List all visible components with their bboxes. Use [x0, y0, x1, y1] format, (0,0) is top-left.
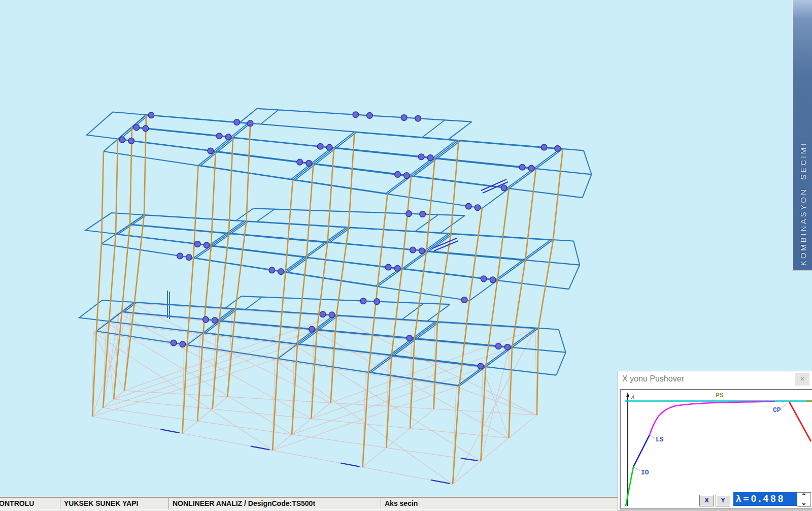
- svg-text:LS: LS: [656, 436, 664, 443]
- svg-text:CP: CP: [773, 406, 781, 414]
- svg-text:IO: IO: [641, 469, 649, 476]
- svg-text:λ: λ: [631, 393, 634, 400]
- svg-text:PS: PS: [716, 392, 724, 399]
